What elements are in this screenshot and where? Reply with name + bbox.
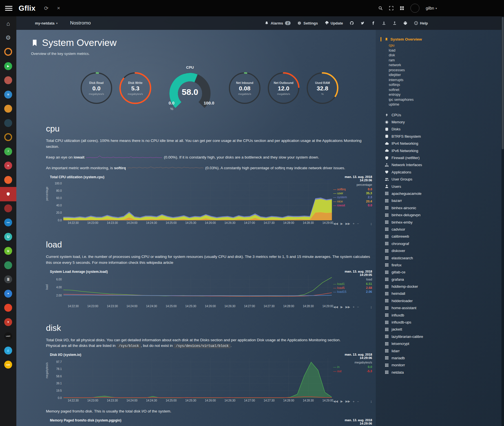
chart-tool-button[interactable]: ▶ [341,400,343,403]
sidebar-app-green-u[interactable]: u [0,244,16,258]
legend-item-out[interactable]: — out -5.3 [333,369,372,373]
sidebar-app-gitlab-ce[interactable]: gitlab-ce [385,269,504,276]
sidebar-app-jackett[interactable]: jackett [385,326,504,333]
navbar-download[interactable] [382,21,386,25]
sidebar-app-hddtemp-docker[interactable]: hddtemp-docker [385,283,504,290]
sidebar-link-ram[interactable]: ram [389,58,504,63]
sidebar-link-softirqs[interactable]: softirqs [389,82,504,88]
sidebar-app-orange-flame[interactable] [0,173,16,187]
sidebar-app-gitlab[interactable] [0,301,16,315]
server-menu[interactable]: my-netdata▾ [35,21,58,25]
sidebar-app-calibreweb[interactable]: calibreweb [385,233,504,240]
sidebar-app-binhex-emby[interactable]: binhex-emby [385,218,504,226]
gauge-disk-read[interactable]: Disk Read 0.0 megabytes/s [80,72,113,104]
sidebar-app-amber-search[interactable] [0,102,16,116]
legend-item-nice[interactable]: — nice 20.4 [333,199,372,203]
refresh-icon[interactable]: ⟳ [44,5,48,12]
chart-tool-button[interactable]: ▶ [341,222,343,226]
sidebar-app-influxdb-ups[interactable]: influxdb-ups [385,319,504,326]
legend-item-user[interactable]: — user 35.3 [333,191,372,195]
sidebar-section-disks[interactable]: Disks [385,126,504,133]
sidebar-link-uptime[interactable]: uptime [389,102,504,107]
sidebar-link-load[interactable]: load [389,48,504,53]
sidebar-app-cadvisor[interactable]: cadvisor [385,226,504,233]
legend-item-in[interactable]: — in 0.0 [333,365,372,369]
chart-tool-button[interactable]: + [353,305,354,309]
sidebar-link-idlejitter[interactable]: idlejitter [389,73,504,78]
softirq-sparkline[interactable] [127,165,204,171]
legend-item-softirq[interactable]: — softirq 0.0 [333,187,372,191]
user-avatar[interactable] [410,4,419,13]
sidebar-section-user-groups[interactable]: User Groups [385,176,504,183]
hamburger-menu-icon[interactable] [5,5,12,12]
navbar-twitter[interactable] [361,21,364,25]
chart-tool-button[interactable]: ▶ [341,305,343,309]
legend-item-load1[interactable]: — load1 6.51 [333,282,372,286]
sidebar-home[interactable]: ⌂ [0,16,16,31]
chart-tool-button[interactable]: ▶▶ [345,222,350,226]
sidebar-link-processes[interactable]: processes [389,68,504,73]
chart-cpu[interactable]: percentage Total CPU utilization (system… [46,175,373,226]
chart-memory-paged[interactable]: megabytes/s Memory Paged from/to disk (s… [46,418,373,426]
sidebar-app-blue-drop[interactable]: 💧 [0,344,16,358]
sidebar-app-orange-ring[interactable] [0,45,16,59]
sidebar-app-amber-ring[interactable] [0,130,16,144]
chart-canvas[interactable]: 100.080.060.040.020.00.014:22:3014:23:00… [50,180,333,225]
sidebar-settings[interactable]: ⚙ [0,31,16,45]
sidebar-link-ipc-semaphores[interactable]: ipc semaphores [389,97,504,102]
chart-tool-button[interactable]: ◀◀ [333,400,338,403]
sidebar-link-softnet[interactable]: softnet [389,88,504,93]
sidebar-app-letsencrypt[interactable]: letsencrypt [385,340,504,347]
sidebar-link-entropy[interactable]: entropy [389,92,504,97]
chart-tool-button[interactable]: ◀◀ [333,222,338,226]
sidebar-link-interrupts[interactable]: interrupts [389,78,504,83]
iowait-sparkline[interactable] [86,154,162,160]
gauge-cpu[interactable]: CPU 58.0 0.0 100.0 % [162,66,218,110]
sidebar-app-chronograf[interactable]: chronograf [385,240,504,247]
navbar-printer[interactable] [403,21,407,25]
sidebar-app-elasticsearch[interactable]: elasticsearch [385,254,504,261]
close-icon[interactable]: × [57,5,60,11]
sidebar-system-overview[interactable]: System Overview [381,37,504,41]
sidebar-section-ipv6-networking[interactable]: IPv6 Networking [385,147,504,154]
navbar-facebook[interactable] [371,21,375,25]
chart-tool-button[interactable]: ▶▶ [345,400,350,403]
sidebar-app-monitorr[interactable]: monitorr [385,362,504,369]
sidebar-app-bazarr[interactable]: bazarr [385,197,504,204]
sidebar-app-heimdall[interactable]: heimdall [385,290,504,297]
sidebar-app-rust-arrow[interactable]: ▼ [0,315,16,329]
sidebar-section-firewall-netfilter[interactable]: Firewall (netfilter) [385,154,504,161]
sidebar-app-hiddenloader[interactable]: hiddenloader [385,297,504,304]
sidebar-app-binhex-airsonic[interactable]: binhex-airsonic [385,204,504,211]
sidebar-app-apacheguacamole[interactable]: apacheguacamole [385,190,504,197]
sidebar-app-home-assistant[interactable]: home-assistant [385,304,504,311]
scrollbar-thumb[interactable] [502,17,504,149]
sidebar-link-disk[interactable]: disk [389,53,504,58]
legend-item-system[interactable]: — system 2.3 [333,195,372,199]
sidebar-app-dark-slate[interactable] [0,116,16,130]
navbar-settings[interactable]: Settings [297,21,318,25]
chart-tool-button[interactable]: + [353,222,354,225]
sidebar-link-network[interactable]: network [389,63,504,68]
chart-tool-button[interactable]: − [357,400,359,403]
sidebar-app-green-play[interactable]: ▶ [0,59,16,73]
legend-item-load5[interactable]: — load5 2.68 [333,286,372,290]
sidebar-app-crimson[interactable]: ✕ [0,159,16,173]
chart-tool-button[interactable]: ▶▶ [345,305,350,309]
sidebar-section-ipv4-networking[interactable]: IPv4 Networking [385,140,504,147]
chart-tool-button[interactable]: − [357,222,359,225]
scrollbar[interactable] [501,16,504,426]
sidebar-link-cpu[interactable]: cpu [389,43,504,48]
chart-tool-button[interactable]: − [357,305,359,309]
sidebar-app-influxdb[interactable]: influxdb [385,311,504,318]
chart-canvas[interactable]: 97.778.158.639.119.50.014:22:3014:23:001… [50,423,333,426]
fullscreen-icon[interactable] [389,6,394,10]
legend-item-iowait[interactable]: — iowait 0.0 [333,203,372,207]
legend-item-load15[interactable]: — load15 2.06 [333,290,372,294]
chart-tool-button[interactable]: + [353,400,354,403]
chart-resize-handle[interactable]: ↕ [370,222,372,226]
chart-resize-handle[interactable]: ↕ [370,399,372,403]
navbar-help[interactable]: Help [414,21,428,25]
sidebar-app-blue-square[interactable]: ✦ [0,287,16,301]
sidebar-netdata-active[interactable] [0,187,16,201]
